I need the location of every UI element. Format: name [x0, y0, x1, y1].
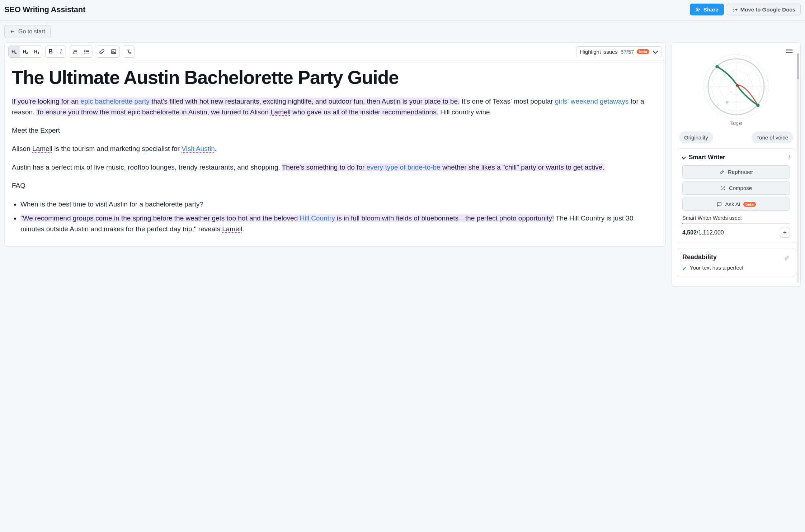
ordered-list-button[interactable]	[69, 46, 81, 57]
edit-icon	[719, 169, 725, 175]
heading-1-button[interactable]: H1	[9, 46, 19, 57]
paragraph: FAQ	[12, 180, 658, 191]
svg-point-18	[726, 101, 729, 104]
share-button[interactable]: Share	[690, 4, 724, 15]
svg-rect-4	[112, 50, 116, 54]
person-add-icon	[695, 7, 701, 13]
document-body[interactable]: The Ultimate Austin Bachelorette Party G…	[5, 61, 665, 246]
chevron-down-icon[interactable]	[682, 155, 686, 159]
paragraph: If you're looking for an epic bacheloret…	[12, 96, 658, 117]
chat-icon	[716, 201, 722, 207]
smart-writer-card: Smart Writer i Rephraser Compose Ask AI …	[677, 148, 795, 243]
check-icon: ✓	[682, 265, 687, 272]
svg-point-15	[716, 65, 719, 68]
paragraph: Meet the Expert	[12, 125, 658, 136]
readability-card: Readability ✓ Your text has a perfect	[677, 248, 795, 277]
readability-message: Your text has a perfect	[690, 265, 744, 271]
clear-format-icon	[126, 49, 132, 54]
beta-badge: beta	[743, 202, 756, 207]
move-to-gdocs-button[interactable]: Move to Google Docs	[727, 4, 801, 15]
originality-pill[interactable]: Originality	[679, 132, 713, 143]
italic-button[interactable]: I	[56, 46, 66, 57]
image-icon	[111, 49, 117, 54]
paragraph: Austin has a perfect mix of live music, …	[12, 162, 658, 172]
clear-format-button[interactable]	[123, 46, 135, 57]
usage-numbers: 4,502/1,112,000	[682, 229, 724, 236]
add-words-button[interactable]: +	[780, 228, 790, 238]
go-to-start-button[interactable]: Go to start	[4, 25, 51, 38]
list-item: "We recommend groups come in the spring …	[20, 213, 658, 234]
image-button[interactable]	[108, 46, 119, 57]
editor-toolbar: H1 H2 H3 B I	[5, 43, 665, 61]
svg-point-1	[85, 50, 85, 51]
info-icon[interactable]: i	[788, 155, 790, 160]
heading-2-button[interactable]: H2	[19, 46, 30, 57]
unordered-list-button[interactable]	[81, 46, 93, 57]
compose-button[interactable]: Compose	[682, 181, 790, 195]
tone-of-voice-pill[interactable]: Tone of voice	[752, 132, 793, 143]
editor-panel: H1 H2 H3 B I	[4, 42, 666, 247]
svg-point-16	[757, 104, 760, 107]
chevron-down-icon	[653, 48, 658, 53]
usage-label: Smart Writer Words used:	[682, 215, 790, 221]
rephraser-button[interactable]: Rephraser	[682, 165, 790, 179]
link-button[interactable]	[96, 46, 108, 57]
list-item: When is the best time to visit Austin fo…	[20, 199, 658, 209]
pencil-icon[interactable]	[784, 255, 790, 260]
faq-list: When is the best time to visit Austin fo…	[20, 199, 658, 234]
bold-button[interactable]: B	[46, 46, 56, 57]
heading-3-button[interactable]: H3	[31, 46, 42, 57]
svg-point-17	[736, 84, 739, 87]
export-icon	[732, 7, 738, 13]
seo-radar-chart: Target	[672, 49, 800, 128]
svg-point-0	[697, 8, 698, 9]
wand-icon	[720, 185, 726, 191]
page-title: SEO Writing Assistant	[4, 5, 85, 14]
side-panel: Target Originality Tone of voice Smart W…	[672, 42, 801, 287]
document-title: The Ultimate Austin Bachelorette Party G…	[12, 67, 658, 87]
beta-badge: beta	[637, 49, 649, 54]
ask-ai-button[interactable]: Ask AI beta	[682, 198, 790, 211]
smart-writer-title: Smart Writer	[689, 154, 786, 161]
link-icon	[99, 49, 105, 54]
arrow-left-icon	[10, 29, 15, 34]
unordered-list-icon	[84, 49, 90, 54]
paragraph: Alison Lamell is the tourism and marketi…	[12, 143, 658, 154]
svg-point-2	[85, 51, 85, 52]
ordered-list-icon	[72, 49, 78, 54]
target-label: Target	[730, 121, 742, 126]
svg-point-3	[85, 53, 85, 53]
usage-bar	[682, 223, 790, 224]
highlight-issues-dropdown[interactable]: Highlight issues 57/57 beta	[576, 46, 662, 57]
readability-title: Readability	[682, 253, 717, 261]
